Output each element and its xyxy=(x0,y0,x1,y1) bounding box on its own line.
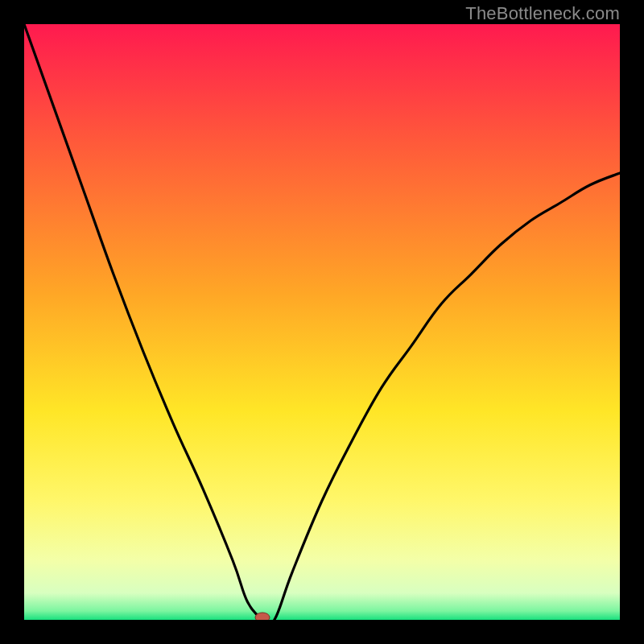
bottleneck-curve-chart xyxy=(24,24,620,620)
chart-frame: TheBottleneck.com xyxy=(0,0,644,644)
plot-area xyxy=(24,24,620,620)
minimum-marker xyxy=(255,613,270,620)
gradient-background xyxy=(24,24,620,620)
watermark-text: TheBottleneck.com xyxy=(465,3,620,24)
